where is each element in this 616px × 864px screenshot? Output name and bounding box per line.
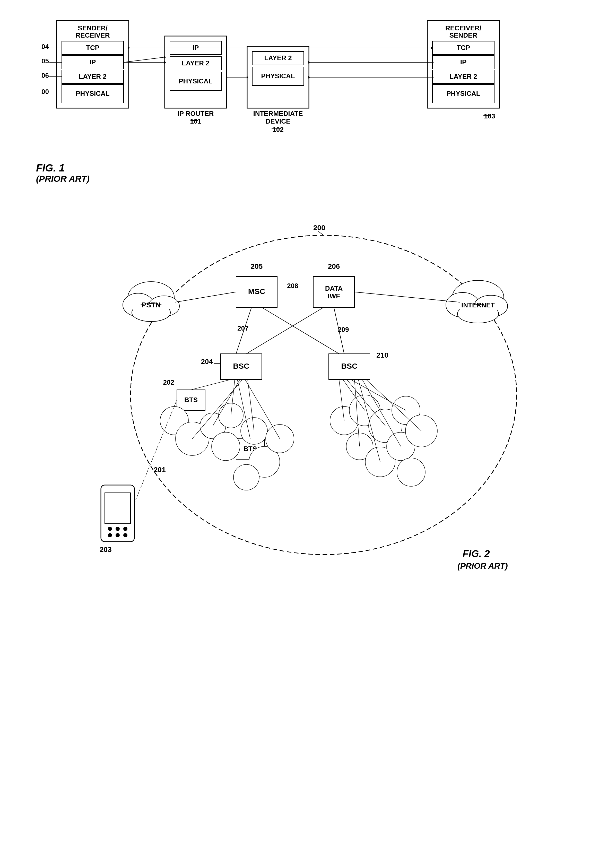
- svg-point-121: [234, 465, 259, 490]
- svg-point-154: [123, 533, 127, 537]
- svg-text:INTERMEDIATE: INTERMEDIATE: [253, 110, 303, 118]
- svg-point-118: [212, 432, 240, 460]
- svg-text:RECEIVER: RECEIVER: [76, 31, 110, 39]
- svg-line-132: [191, 380, 231, 390]
- svg-text:106: 106: [41, 72, 49, 79]
- svg-text:103: 103: [484, 112, 495, 120]
- svg-text:IP: IP: [460, 58, 467, 66]
- svg-text:(PRIOR ART): (PRIOR ART): [457, 561, 508, 570]
- svg-text:FIG. 2: FIG. 2: [463, 548, 490, 559]
- svg-text:IP ROUTER: IP ROUTER: [178, 110, 214, 118]
- svg-point-152: [108, 533, 112, 537]
- svg-text:BSC: BSC: [341, 362, 357, 370]
- svg-text:SENDER: SENDER: [449, 31, 478, 39]
- svg-text:204: 204: [201, 358, 213, 366]
- svg-line-156: [134, 400, 177, 503]
- svg-text:203: 203: [100, 545, 112, 553]
- fig1-svg: SENDER/ RECEIVER TCP IP LAYER 2 PHYSICAL…: [41, 16, 608, 160]
- fig1-subtitle: (PRIOR ART): [36, 174, 596, 184]
- svg-rect-148: [105, 493, 130, 524]
- svg-text:PHYSICAL: PHYSICAL: [76, 90, 110, 97]
- svg-text:100: 100: [41, 88, 49, 96]
- svg-point-153: [116, 533, 120, 537]
- svg-text:PSTN: PSTN: [141, 301, 160, 309]
- svg-text:INTERNET: INTERNET: [461, 301, 495, 309]
- svg-text:SENDER/: SENDER/: [78, 24, 108, 32]
- fig2-container: 200 PSTN INTERNET MSC 205 DATA: [20, 215, 596, 575]
- svg-text:206: 206: [328, 262, 340, 270]
- svg-text:TCP: TCP: [86, 44, 99, 52]
- svg-text:205: 205: [250, 262, 262, 270]
- svg-line-105: [246, 307, 324, 354]
- svg-text:MSC: MSC: [248, 287, 265, 295]
- svg-text:105: 105: [41, 57, 49, 65]
- svg-text:208: 208: [287, 282, 298, 290]
- svg-line-104: [262, 307, 339, 354]
- svg-text:209: 209: [338, 326, 349, 333]
- svg-text:DATA: DATA: [325, 284, 343, 292]
- fig2-svg: 200 PSTN INTERNET MSC 205 DATA: [77, 215, 540, 575]
- svg-line-71: [318, 231, 324, 235]
- svg-text:RECEIVER/: RECEIVER/: [445, 24, 481, 32]
- fig1-title: FIG. 1: [36, 162, 596, 174]
- svg-text:210: 210: [376, 351, 388, 359]
- svg-text:104: 104: [41, 43, 49, 50]
- svg-text:BSC: BSC: [233, 362, 249, 370]
- svg-text:LAYER 2: LAYER 2: [449, 72, 477, 80]
- svg-text:LAYER 2: LAYER 2: [264, 54, 292, 62]
- svg-text:207: 207: [237, 324, 248, 332]
- svg-text:BTS: BTS: [184, 396, 198, 404]
- svg-text:PHYSICAL: PHYSICAL: [446, 90, 480, 97]
- svg-line-51: [124, 57, 165, 62]
- svg-text:PHYSICAL: PHYSICAL: [179, 77, 213, 85]
- svg-text:202: 202: [163, 379, 174, 386]
- svg-text:PHYSICAL: PHYSICAL: [261, 72, 295, 80]
- svg-point-131: [397, 458, 425, 486]
- svg-text:LAYER 2: LAYER 2: [79, 72, 106, 80]
- svg-point-151: [123, 527, 127, 531]
- svg-text:IP: IP: [90, 58, 96, 66]
- svg-text:DEVICE: DEVICE: [266, 118, 291, 125]
- fig2-wrapper: 200 PSTN INTERNET MSC 205 DATA: [77, 215, 540, 575]
- svg-text:200: 200: [313, 224, 325, 232]
- svg-point-149: [108, 527, 112, 531]
- svg-text:IWF: IWF: [328, 292, 340, 300]
- svg-text:LAYER 2: LAYER 2: [182, 59, 209, 67]
- svg-text:TCP: TCP: [457, 44, 470, 52]
- svg-text:101: 101: [190, 118, 201, 125]
- svg-text:102: 102: [272, 126, 283, 134]
- fig1-caption: FIG. 1 (PRIOR ART): [36, 162, 596, 184]
- svg-point-150: [116, 527, 120, 531]
- svg-text:201: 201: [154, 466, 166, 474]
- fig1-container: SENDER/ RECEIVER TCP IP LAYER 2 PHYSICAL…: [20, 16, 596, 184]
- svg-line-101: [354, 292, 460, 302]
- svg-line-98: [175, 292, 236, 302]
